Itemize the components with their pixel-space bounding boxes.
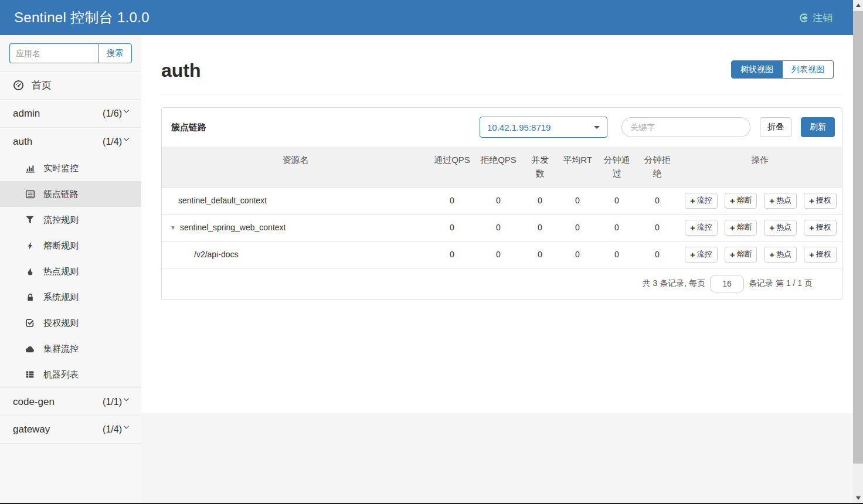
minute-block-value: 0: [637, 241, 678, 268]
app-count: (1/1): [103, 397, 122, 407]
col-operations: 操作: [678, 147, 842, 187]
concurrency-value: 0: [522, 241, 558, 268]
avg-rt-value: 0: [558, 214, 597, 241]
sidebar-item-label: 机器列表: [43, 369, 79, 380]
main-area: auth 树状视图 列表视图 簇点链路 10.42.1.95:8719 折叠 刷…: [141, 35, 863, 503]
sidebar-item-flow-rules[interactable]: 流控规则: [0, 207, 141, 233]
collapse-button[interactable]: 折叠: [760, 117, 791, 137]
check-square-icon: [25, 318, 35, 328]
collapse-row-icon[interactable]: ▼: [170, 224, 176, 231]
app-title: Sentinel 控制台 1.0.0: [14, 8, 150, 27]
block-qps-value: 0: [475, 214, 522, 241]
plus-icon: +: [730, 223, 735, 232]
app-label: gateway: [13, 424, 50, 435]
minute-block-value: 0: [637, 187, 678, 214]
block-qps-value: 0: [475, 241, 522, 268]
page-size-input[interactable]: [710, 275, 744, 292]
add-degrade-rule-button[interactable]: +熔断: [725, 220, 757, 236]
triangle-up-icon: [856, 4, 861, 7]
pass-qps-value: 0: [429, 187, 475, 214]
resource-table: 资源名 通过QPS 拒绝QPS 并发数 平均RT 分钟通过 分钟拒绝 操作 se: [162, 147, 842, 268]
app-search-input[interactable]: [9, 43, 98, 63]
plus-icon: +: [690, 196, 695, 205]
plus-icon: +: [730, 250, 735, 259]
sidebar-app-gateway[interactable]: gateway (1/4): [0, 416, 141, 444]
sidebar-app-auth[interactable]: auth (1/4): [0, 127, 141, 155]
scroll-up-button[interactable]: [853, 0, 863, 10]
minute-pass-value: 0: [597, 187, 637, 214]
sidebar-app-admin[interactable]: admin (1/6): [0, 99, 141, 127]
add-flow-rule-button[interactable]: +流控: [685, 193, 718, 209]
add-authority-rule-button[interactable]: +授权: [804, 193, 837, 209]
plus-icon: +: [769, 196, 774, 205]
resource-name: sentinel_default_context: [162, 187, 429, 214]
list-view-button[interactable]: 列表视图: [783, 60, 834, 79]
logout-button[interactable]: 注销: [799, 11, 833, 25]
lock-icon: [25, 292, 35, 302]
table-row: ▼sentinel_spring_web_context 0 0 0 0 0 0…: [162, 214, 842, 241]
sidebar-item-home[interactable]: 首页: [0, 71, 141, 99]
add-hotspot-rule-button[interactable]: +热点: [764, 220, 797, 236]
add-authority-rule-button[interactable]: +授权: [804, 220, 837, 236]
sidebar-item-label: 流控规则: [43, 214, 79, 226]
app-label: admin: [13, 108, 40, 120]
app-label: auth: [13, 136, 32, 148]
sidebar-item-degrade-rules[interactable]: 熔断规则: [0, 233, 141, 258]
plus-icon: +: [809, 196, 814, 205]
gauge-icon: [13, 80, 24, 91]
add-flow-rule-button[interactable]: +流控: [685, 220, 718, 236]
sidebar-item-system-rules[interactable]: 系统规则: [0, 284, 141, 310]
tree-view-button[interactable]: 树状视图: [731, 60, 783, 79]
plus-icon: +: [809, 250, 814, 259]
app-count: (1/6): [103, 108, 122, 119]
pass-qps-value: 0: [429, 214, 475, 241]
sidebar-item-authority-rules[interactable]: 授权规则: [0, 310, 141, 336]
minute-block-value: 0: [637, 214, 678, 241]
keyword-input[interactable]: [621, 117, 750, 137]
sidebar-item-realtime-monitor[interactable]: 实时监控: [0, 155, 141, 181]
machine-select[interactable]: 10.42.1.95:8719: [480, 117, 607, 138]
add-hotspot-rule-button[interactable]: +热点: [764, 193, 797, 209]
caret-down-icon: [594, 126, 600, 129]
sidebar-app-code-gen[interactable]: code-gen (1/1): [0, 387, 141, 416]
add-authority-rule-button[interactable]: +授权: [804, 247, 837, 263]
chevron-down-icon: [123, 425, 130, 430]
cluster-link-panel: 簇点链路 10.42.1.95:8719 折叠 刷新: [161, 107, 842, 300]
sidebar-item-cluster-flow[interactable]: 集群流控: [0, 336, 141, 362]
filter-icon: [25, 215, 35, 224]
sidebar-item-cluster-link[interactable]: 簇点链路: [0, 181, 141, 207]
cloud-icon: [25, 345, 35, 353]
sidebar-item-label: 熔断规则: [43, 240, 79, 251]
sidebar-item-machine-list[interactable]: 机器列表: [0, 362, 141, 387]
bolt-icon: [25, 241, 35, 251]
concurrency-value: 0: [522, 214, 558, 241]
col-avg-rt: 平均RT: [558, 147, 597, 187]
refresh-button[interactable]: 刷新: [801, 117, 835, 137]
pagination-suffix: 条记录 第 1 / 1 页: [749, 278, 813, 289]
table-row: sentinel_default_context 0 0 0 0 0 0 +流控…: [162, 187, 842, 214]
concurrency-value: 0: [522, 187, 558, 214]
col-resource: 资源名: [162, 147, 429, 187]
col-minute-block: 分钟拒绝: [637, 147, 678, 187]
table-row: /v2/api-docs 0 0 0 0 0 0 +流控 +熔断 +热点: [162, 241, 842, 268]
app-search-group: 搜索: [9, 43, 132, 63]
top-navbar: Sentinel 控制台 1.0.0 注销: [0, 0, 863, 35]
sidebar-item-label: 集群流控: [43, 343, 79, 355]
sidebar-item-label: 簇点链路: [43, 189, 79, 200]
vertical-scrollbar[interactable]: [853, 0, 863, 503]
sidebar-item-hotspot-rules[interactable]: 热点规则: [0, 258, 141, 284]
view-toggle: 树状视图 列表视图: [731, 60, 834, 79]
add-degrade-rule-button[interactable]: +熔断: [725, 193, 757, 209]
add-hotspot-rule-button[interactable]: +热点: [764, 247, 797, 263]
list-grid-icon: [25, 370, 35, 379]
plus-icon: +: [690, 250, 695, 259]
sidebar: 搜索 首页 admin (1/6) auth (1/4): [0, 35, 141, 503]
search-button[interactable]: 搜索: [98, 43, 132, 63]
app-count: (1/4): [103, 424, 122, 435]
app-label: code-gen: [13, 396, 55, 408]
add-degrade-rule-button[interactable]: +熔断: [725, 247, 757, 263]
col-concurrency: 并发数: [522, 147, 558, 187]
scrollbar-thumb[interactable]: [853, 11, 863, 464]
scroll-down-button[interactable]: [853, 493, 863, 503]
add-flow-rule-button[interactable]: +流控: [685, 247, 718, 263]
